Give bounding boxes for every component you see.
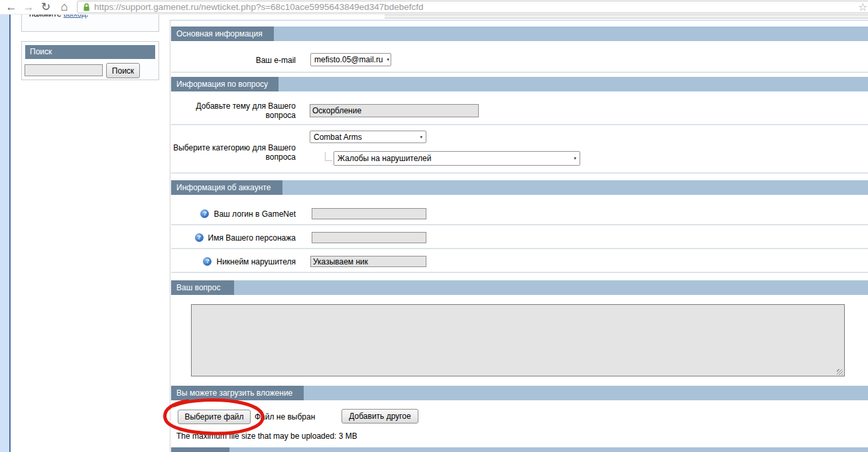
search-button[interactable]: Поиск <box>106 63 140 78</box>
section-header-partial <box>171 447 868 452</box>
resize-grip-icon[interactable] <box>837 369 843 375</box>
subject-label: Добавьте тему для Вашего вопроса <box>171 101 296 120</box>
address-bar[interactable]: https://support.gamenet.ru/newticket.php… <box>77 1 868 13</box>
character-label-row: ? Имя Вашего персонажа <box>171 232 296 243</box>
subcategory-select[interactable]: Жалобы на нарушителей ▾ <box>334 151 580 166</box>
section-title-question-info: Информация по вопросу <box>171 77 279 91</box>
home-icon[interactable]: ⌂ <box>57 0 72 15</box>
section-header-question: Ваш вопрос <box>171 280 868 295</box>
left-blue-strip <box>0 15 9 452</box>
divider <box>171 172 868 174</box>
subcategory-select-value: Жалобы на нарушителей <box>338 154 431 163</box>
email-select-value: mefisto.05@mail.ru <box>314 55 383 64</box>
left-blue-line <box>9 15 11 452</box>
browser-toolbar: ← → ↻ ⌂ https://support.gamenet.ru/newti… <box>0 0 868 15</box>
add-another-button[interactable]: Добавить другое <box>341 409 418 424</box>
bookmark-star-icon[interactable]: ☆ <box>858 1 867 13</box>
tree-indent-icon <box>325 152 332 161</box>
chevron-down-icon: ▾ <box>420 135 422 140</box>
reload-icon[interactable]: ↻ <box>38 0 53 15</box>
email-select[interactable]: mefisto.05@mail.ru ▾ <box>310 53 391 66</box>
help-icon[interactable]: ? <box>203 257 212 266</box>
url-text: https://support.gamenet.ru/newticket.php… <box>94 2 424 12</box>
chevron-down-icon: ▾ <box>387 57 390 62</box>
section-title-question: Ваш вопрос <box>171 280 234 295</box>
main-box-left-border <box>170 20 170 452</box>
page: нажмите выход. ← → ↻ ⌂ https://support.g… <box>0 0 868 452</box>
subject-input[interactable] <box>310 104 479 117</box>
divider <box>171 272 868 273</box>
section-header-question-info: Информация по вопросу <box>171 77 868 91</box>
divider <box>171 72 868 73</box>
divider <box>171 224 868 225</box>
question-textarea[interactable] <box>191 304 845 376</box>
category-label: Выберите категорию для Вашего вопроса <box>171 143 296 162</box>
violator-input[interactable] <box>310 256 426 267</box>
divider <box>171 124 868 125</box>
character-label: Имя Вашего персонажа <box>208 233 296 243</box>
search-input[interactable] <box>25 64 103 76</box>
violator-label-row: ? Никнейм нарушителя <box>171 256 296 267</box>
section-title-account: Информация об аккаунте <box>171 180 282 195</box>
help-icon[interactable]: ? <box>200 209 209 218</box>
padlock-icon <box>83 3 90 12</box>
max-size-text: The maximum file size that may be upload… <box>176 431 357 441</box>
section-header-attachment: Вы можете загрузить вложение <box>171 386 868 400</box>
top-gray-band <box>385 15 868 19</box>
section-title-partial <box>171 447 229 452</box>
no-file-text: Файл не выбран <box>255 410 315 424</box>
main-box-top-border <box>170 20 868 21</box>
chevron-down-icon: ▾ <box>574 156 576 161</box>
forward-icon[interactable]: → <box>21 0 36 15</box>
choose-file-button[interactable]: Выберите файл <box>178 410 251 424</box>
login-label-row: ? Ваш логин в GameNet <box>171 208 296 219</box>
divider <box>171 248 868 249</box>
character-input[interactable] <box>312 232 426 243</box>
help-icon[interactable]: ? <box>195 233 204 242</box>
section-title-attachment: Вы можете загрузить вложение <box>171 386 304 400</box>
section-title-basic: Основная информация <box>171 27 274 41</box>
search-panel-header: Поиск <box>25 45 155 59</box>
login-label: Ваш логин в GameNet <box>214 209 296 219</box>
violator-label: Никнейм нарушителя <box>216 257 296 266</box>
section-header-account: Информация об аккаунте <box>171 180 868 195</box>
login-input[interactable] <box>312 208 426 219</box>
section-header-basic: Основная информация <box>171 27 868 41</box>
category-select-value: Combat Arms <box>314 133 362 142</box>
email-label: Ваш e-mail <box>171 56 296 65</box>
category-select[interactable]: Combat Arms ▾ <box>310 131 426 143</box>
back-icon[interactable]: ← <box>4 0 19 15</box>
